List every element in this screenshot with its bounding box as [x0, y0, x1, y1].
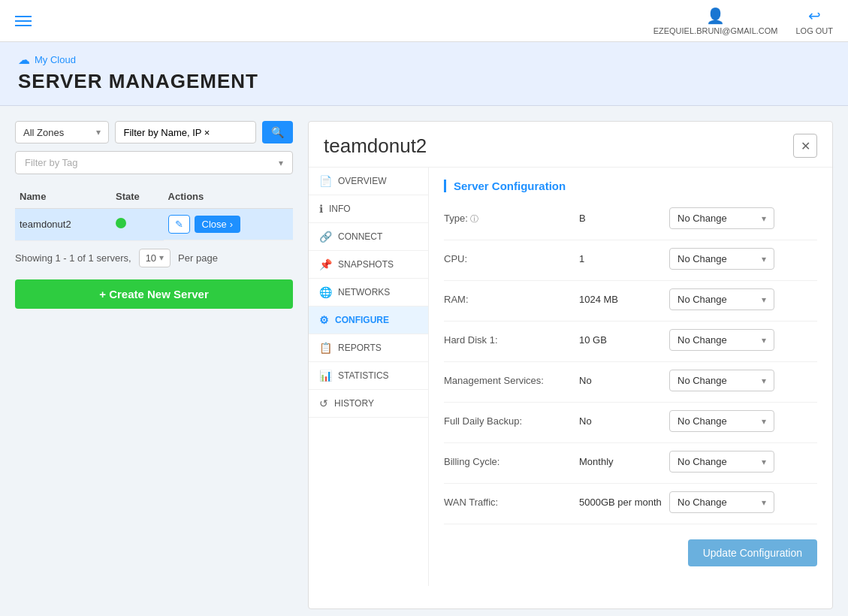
- config-backup-dropdown[interactable]: No Change ▾: [669, 410, 774, 432]
- server-name-cell: teamdonut2: [15, 209, 111, 241]
- close-server-button[interactable]: Close ›: [195, 216, 241, 233]
- state-running-icon: [116, 218, 126, 228]
- tag-filter-label: Filter by Tag: [25, 157, 78, 168]
- search-icon: 🔍: [271, 126, 284, 138]
- type-info-icon[interactable]: ⓘ: [470, 214, 478, 223]
- tab-info[interactable]: ℹ INFO: [309, 195, 428, 223]
- history-icon: ↺: [319, 397, 328, 409]
- config-backup-value: No: [579, 415, 669, 427]
- tab-overview-label: OVERVIEW: [338, 176, 386, 186]
- config-row-cpu: CPU: 1 No Change ▾: [444, 248, 817, 270]
- navbar-right: 👤 EZEQUIEL.BRUNI@GMAIL.COM ↩ LOG OUT: [653, 7, 833, 35]
- tab-snapshots[interactable]: 📌 SNAPSHOTS: [309, 251, 428, 279]
- search-button[interactable]: 🔍: [262, 121, 293, 143]
- configure-content: Server Configuration Type: ⓘ B No Change…: [429, 168, 832, 586]
- tab-configure-label: CONFIGURE: [335, 315, 389, 325]
- logout-label: LOG OUT: [795, 26, 833, 35]
- config-ram-label: RAM:: [444, 294, 579, 305]
- config-row-ram: RAM: 1024 MB No Change ▾: [444, 288, 817, 310]
- config-cpu-label: CPU:: [444, 253, 579, 264]
- config-cpu-value: 1: [579, 253, 669, 264]
- tab-statistics[interactable]: 📊 STATISTICS: [309, 362, 428, 390]
- tab-history[interactable]: ↺ HISTORY: [309, 390, 428, 418]
- config-type-value: B: [579, 213, 669, 224]
- col-state: State: [111, 185, 164, 209]
- tabs-sidebar: 📄 OVERVIEW ℹ INFO 🔗 CONNECT 📌 SNAPSHOTS …: [309, 168, 429, 586]
- per-page-label: Per page: [178, 252, 218, 264]
- showing-row: Showing 1 - 1 of 1 servers, 10 ▾ Per pag…: [15, 249, 293, 267]
- cloud-icon: ☁: [18, 53, 30, 67]
- user-email: EZEQUIEL.BRUNI@GMAIL.COM: [653, 26, 778, 35]
- config-row-billing: Billing Cycle: Monthly No Change ▾: [444, 451, 817, 473]
- config-wan-label: WAN Traffic:: [444, 497, 579, 508]
- user-account[interactable]: 👤 EZEQUIEL.BRUNI@GMAIL.COM: [653, 7, 778, 35]
- networks-icon: 🌐: [319, 286, 332, 298]
- config-mgmt-dropdown[interactable]: No Change ▾: [669, 370, 774, 391]
- table-header: Name State Actions: [15, 185, 293, 209]
- main-layout: All Zones ▾ 🔍 Filter by Tag ▾ Name State…: [0, 106, 848, 616]
- wan-dropdown-chevron-icon: ▾: [762, 497, 766, 508]
- tab-connect-label: CONNECT: [338, 231, 382, 242]
- reports-icon: 📋: [319, 342, 332, 354]
- logout-button[interactable]: ↩ LOG OUT: [795, 7, 833, 35]
- zone-select[interactable]: All Zones ▾: [15, 121, 109, 143]
- config-type-dropdown[interactable]: No Change ▾: [669, 207, 774, 229]
- breadcrumb: ☁ My Cloud: [18, 53, 830, 67]
- mgmt-dropdown-chevron-icon: ▾: [762, 376, 766, 386]
- tab-reports[interactable]: 📋 REPORTS: [309, 334, 428, 362]
- section-title: Server Configuration: [444, 180, 817, 192]
- config-row-hdd: Hard Disk 1: 10 GB No Change ▾: [444, 329, 817, 351]
- left-panel: All Zones ▾ 🔍 Filter by Tag ▾ Name State…: [15, 121, 293, 609]
- server-state-cell: [111, 209, 164, 241]
- zone-value: All Zones: [23, 127, 64, 138]
- tab-networks[interactable]: 🌐 NETWORKS: [309, 279, 428, 306]
- tab-networks-label: NETWORKS: [338, 287, 390, 297]
- configure-icon: ⚙: [319, 314, 329, 326]
- tab-info-label: INFO: [329, 204, 351, 214]
- breadcrumb-text[interactable]: My Cloud: [35, 54, 76, 65]
- search-input[interactable]: [123, 127, 221, 138]
- navbar-left: [15, 16, 32, 26]
- tab-connect[interactable]: 🔗 CONNECT: [309, 223, 428, 251]
- config-billing-value: Monthly: [579, 456, 669, 467]
- config-ram-dropdown-value: No Change: [677, 294, 727, 305]
- backup-dropdown-chevron-icon: ▾: [762, 416, 766, 427]
- config-billing-dropdown-value: No Change: [677, 456, 727, 467]
- per-page-select[interactable]: 10 ▾: [139, 249, 171, 267]
- panel-close-button[interactable]: ✕: [793, 134, 817, 158]
- hdd-dropdown-chevron-icon: ▾: [762, 335, 766, 346]
- server-table: Name State Actions teamdonut2 ✎ Close ›: [15, 185, 293, 241]
- server-actions-cell: ✎ Close ›: [164, 209, 293, 240]
- tag-filter[interactable]: Filter by Tag ▾: [15, 151, 293, 174]
- tab-overview[interactable]: 📄 OVERVIEW: [309, 168, 428, 195]
- config-billing-dropdown[interactable]: No Change ▾: [669, 451, 774, 473]
- config-ram-value: 1024 MB: [579, 294, 669, 305]
- tab-statistics-label: STATISTICS: [338, 370, 389, 381]
- config-ram-dropdown[interactable]: No Change ▾: [669, 288, 774, 310]
- tab-configure[interactable]: ⚙ CONFIGURE: [309, 306, 428, 334]
- config-cpu-dropdown[interactable]: No Change ▾: [669, 248, 774, 270]
- server-panel-header: teamdonut2 ✕: [309, 122, 832, 168]
- edit-button[interactable]: ✎: [168, 215, 190, 234]
- config-backup-label: Full Daily Backup:: [444, 415, 579, 427]
- hamburger-menu[interactable]: [15, 16, 32, 26]
- config-wan-dropdown[interactable]: No Change ▾: [669, 491, 774, 513]
- col-actions: Actions: [164, 185, 293, 209]
- config-type-label: Type: ⓘ: [444, 213, 579, 225]
- navbar: 👤 EZEQUIEL.BRUNI@GMAIL.COM ↩ LOG OUT: [0, 0, 848, 42]
- update-configuration-button[interactable]: Update Configuration: [688, 539, 817, 566]
- ram-dropdown-chevron-icon: ▾: [762, 294, 766, 305]
- search-box: [115, 121, 256, 143]
- user-icon: 👤: [706, 7, 725, 25]
- tab-snapshots-label: SNAPSHOTS: [338, 259, 394, 270]
- tabs-and-content: 📄 OVERVIEW ℹ INFO 🔗 CONNECT 📌 SNAPSHOTS …: [309, 168, 832, 586]
- create-server-button[interactable]: + Create New Server: [15, 279, 293, 309]
- config-hdd-value: 10 GB: [579, 334, 669, 346]
- config-hdd-label: Hard Disk 1:: [444, 334, 579, 346]
- config-row-wan: WAN Traffic: 5000GB per month No Change …: [444, 491, 817, 513]
- config-row-backup: Full Daily Backup: No No Change ▾: [444, 410, 817, 432]
- table-row: teamdonut2 ✎ Close ›: [15, 209, 293, 241]
- config-hdd-dropdown[interactable]: No Change ▾: [669, 329, 774, 351]
- type-dropdown-chevron-icon: ▾: [762, 213, 766, 224]
- overview-icon: 📄: [319, 175, 332, 187]
